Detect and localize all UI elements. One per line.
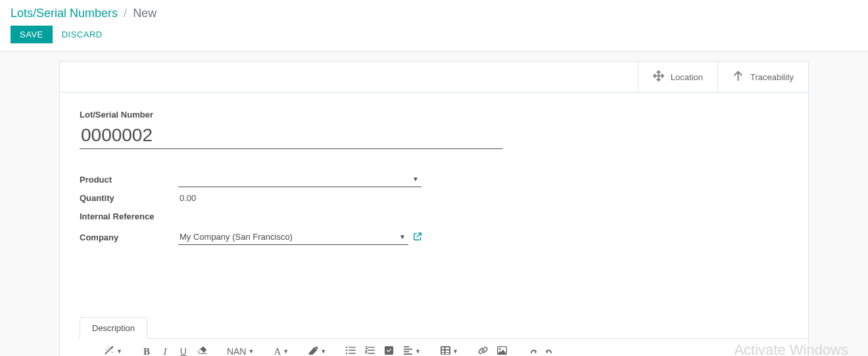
clear-format-button[interactable] — [195, 344, 210, 356]
redo-icon — [546, 345, 556, 356]
image-icon — [497, 345, 507, 356]
align-button[interactable]: ▼ — [400, 344, 423, 356]
font-color-button[interactable]: A ▼ — [271, 345, 291, 357]
traceability-button-label: Traceability — [750, 72, 794, 82]
italic-button[interactable]: I — [158, 345, 172, 357]
link-button[interactable] — [475, 344, 491, 356]
content-area: Location Traceability Lot/Serial Number … — [0, 52, 868, 356]
tab-description[interactable]: Description — [80, 317, 147, 339]
breadcrumb-separator: / — [124, 7, 127, 20]
traceability-button[interactable]: Traceability — [717, 62, 808, 92]
caret-icon: ▼ — [320, 348, 326, 355]
location-button[interactable]: Location — [638, 62, 717, 92]
company-input[interactable] — [178, 229, 408, 245]
bold-button[interactable]: B — [139, 345, 154, 357]
save-button[interactable]: SAVE — [11, 26, 53, 43]
external-link-button[interactable] — [414, 233, 422, 242]
editor-toolbar: ▼ B I U NAN ▼ A ▼ — [80, 339, 808, 356]
company-row: Company ▼ — [80, 228, 422, 246]
breadcrumb-root[interactable]: Lots/Serial Numbers — [11, 7, 118, 20]
discard-button[interactable]: DISCARD — [62, 30, 103, 39]
undo-icon — [527, 345, 537, 356]
move-icon — [653, 70, 664, 83]
underline-button[interactable]: U — [176, 345, 191, 356]
watermark-text: Activate Windows — [734, 342, 848, 356]
undo-button[interactable] — [524, 344, 539, 356]
font-size-label: NAN — [227, 346, 247, 356]
list-ul-icon — [346, 345, 356, 356]
table-button[interactable]: ▼ — [438, 344, 461, 356]
stat-buttons: Location Traceability — [60, 62, 808, 93]
caret-icon: ▼ — [116, 348, 122, 355]
quantity-label: Quantity — [80, 193, 178, 203]
unordered-list-button[interactable] — [343, 344, 358, 356]
company-dropdown[interactable]: ▼ — [178, 229, 408, 245]
location-button-label: Location — [671, 72, 703, 82]
checklist-button[interactable] — [381, 344, 397, 356]
image-button[interactable] — [494, 344, 510, 356]
arrow-up-icon — [733, 70, 744, 83]
product-label: Product — [80, 175, 178, 185]
form-sheet: Location Traceability Lot/Serial Number … — [59, 61, 809, 356]
table-icon — [441, 345, 450, 356]
breadcrumb: Lots/Serial Numbers / New — [11, 7, 857, 20]
lot-number-label: Lot/Serial Number — [80, 110, 788, 120]
caret-icon: ▼ — [248, 348, 254, 355]
form-body: Lot/Serial Number Product ▼ Quantity 0 — [60, 93, 808, 278]
link-icon — [478, 345, 488, 356]
breadcrumb-current: New — [133, 7, 157, 20]
lot-number-input[interactable] — [80, 122, 503, 149]
align-icon — [403, 345, 413, 356]
internal-ref-label: Internal Reference — [80, 211, 178, 221]
redo-button[interactable] — [543, 344, 558, 356]
product-input[interactable] — [178, 171, 422, 187]
highlight-icon — [308, 345, 318, 356]
magic-wand-button[interactable]: ▼ — [102, 344, 125, 356]
eraser-icon — [197, 345, 207, 356]
company-label: Company — [80, 233, 178, 242]
quantity-row: Quantity 0.00 — [80, 189, 422, 207]
product-row: Product ▼ — [80, 170, 422, 189]
page-header: Lots/Serial Numbers / New SAVE DISCARD — [0, 0, 868, 52]
magic-wand-icon — [105, 345, 114, 356]
caret-icon: ▼ — [283, 348, 289, 355]
product-dropdown[interactable]: ▼ — [178, 171, 422, 187]
tabs: Description ▼ B I U NAN ▼ — [60, 317, 808, 356]
font-size-button[interactable]: NAN ▼ — [224, 345, 256, 356]
field-group: Product ▼ Quantity 0.00 Internal — [80, 170, 422, 246]
action-bar: SAVE DISCARD — [11, 26, 857, 43]
caret-icon: ▼ — [452, 348, 458, 355]
check-square-icon — [384, 345, 394, 356]
highlight-button[interactable]: ▼ — [306, 344, 329, 356]
caret-icon: ▼ — [415, 348, 421, 355]
internal-ref-row: Internal Reference — [80, 207, 422, 225]
quantity-value: 0.00 — [178, 190, 197, 206]
ordered-list-button[interactable] — [362, 344, 377, 356]
list-ol-icon — [365, 345, 375, 356]
font-a-icon: A — [274, 346, 281, 357]
tab-list: Description — [80, 317, 808, 339]
